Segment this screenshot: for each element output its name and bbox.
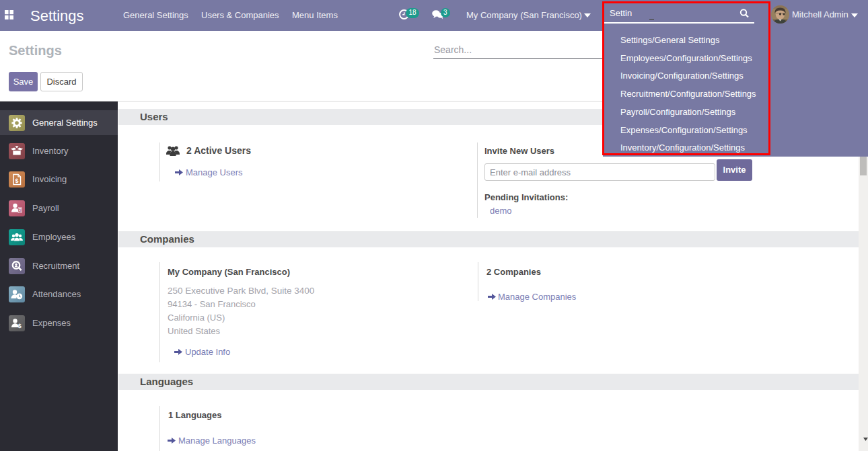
- svg-text:3: 3: [19, 208, 21, 212]
- svg-text:$: $: [15, 177, 18, 184]
- svg-text:$: $: [18, 322, 22, 329]
